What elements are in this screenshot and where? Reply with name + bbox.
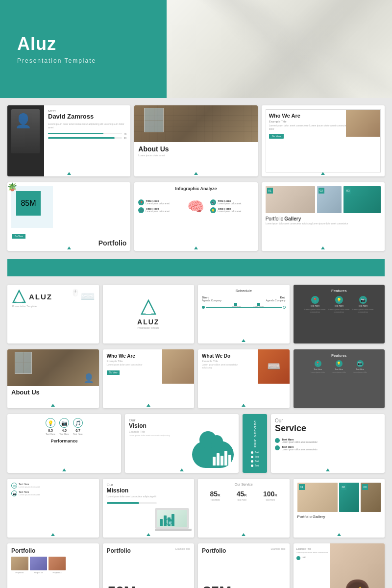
aluz-simple-triangle-icon — [141, 299, 156, 315]
portfolio-num-1: 01 — [267, 188, 273, 194]
woman-photo-bg — [330, 543, 385, 588]
schedule-footer — [242, 339, 245, 342]
laptop-body — [155, 508, 189, 529]
portfolio-images-row: 01 02 03 — [266, 186, 381, 213]
slide-whoweare-sm: Who We Are Example Title Lorem ipsum dol… — [103, 349, 195, 408]
slide-row-3: ALUZ Presentation Template ⌨️ 🖱️ ALUZ Pr… — [7, 285, 385, 343]
header: Aluz Presentation Template — [0, 0, 392, 98]
service-item-icon-2 — [275, 445, 280, 450]
portfolio-left-title: Portfolio — [11, 547, 95, 554]
service-big-inner: Our Service Text Here Lorem ipsum dolor … — [271, 414, 385, 473]
person-desc: Lorem ipsum dolor amet consectetur adipi… — [48, 122, 126, 129]
feature-dark-text-2: Text Here — [335, 368, 343, 370]
whoweare-sm-inner: Who We Are Example Title Lorem ipsum dol… — [103, 349, 195, 408]
slide-row-1: Meet David Zamross Lorem ipsum dolor ame… — [7, 105, 385, 176]
service-vert-item-1: Text — [251, 451, 259, 454]
slide-about-bottom: 👤 About Us — [7, 349, 99, 408]
aluz-keyboard-inner: ALUZ Presentation Template ⌨️ 🖱️ — [7, 285, 99, 343]
portfolio-gallery-label-row: Portfolio Gallery — [266, 216, 381, 221]
slide-features-dark-2: Features 📍 Text Here Lorem ipsum dolor 💡… — [294, 349, 385, 408]
vision-prefix: Our — [129, 418, 235, 422]
infographic-text-4: Lorem ipsum dolor amet — [218, 210, 242, 213]
laptop-chart — [160, 514, 174, 526]
portfolio-50m-inner: Portfolio Example Title 50M 🌵 Go View — [103, 543, 195, 588]
infographic-icon-3: 🔊 — [210, 199, 216, 205]
portfolio-left-inner: Portfolio Project 01 Project 02 Project … — [7, 543, 99, 588]
feature-dark-icon-2: 💡 — [336, 360, 343, 367]
mission-desc: Lorem ipsum dolor amet consectetur adipi… — [107, 495, 157, 498]
project-label-3: Project 03 — [52, 571, 61, 574]
portfolio-gallery-bottom-label: Portfolio Gallery — [297, 514, 381, 519]
feature-dark-item-3: 📷 Text Here Lorem ipsum dolor — [350, 360, 370, 373]
perf-number-3: 6.7 — [75, 429, 80, 432]
our-service-item-1: Text Here Lorem ipsum dolor amet consect… — [275, 438, 381, 443]
service-vert-item-3: Text — [251, 460, 259, 463]
feature-item-2: 💡 Text Here Lorem ipsum dolor amet conse… — [328, 296, 350, 313]
icons-small-inner: ✉ Text Here Lorem ipsum dolor amet 📷 Tex… — [7, 479, 99, 538]
slide-icons-small: ✉ Text Here Lorem ipsum dolor amet 📷 Tex… — [7, 479, 99, 538]
mission-laptop — [155, 508, 192, 535]
slide-portfolio-left-bottom: Portfolio Project 01 Project 02 Project … — [7, 543, 99, 588]
slide-our-vision: Our Vision Example Title Lorem ipsum dol… — [125, 414, 239, 473]
feature-dark-item-2: 💡 Text Here Lorem ipsum dolor — [329, 360, 349, 373]
service-vert-dot-1 — [251, 451, 253, 454]
about-us-desc: Lorem ipsum dolor amet — [134, 154, 257, 157]
icon-small-circle-1: ✉ — [11, 483, 17, 489]
mission-footer — [147, 533, 150, 536]
about-us-label: About Us — [134, 142, 257, 154]
infographic-right: 🔊 Title Here Lorem ipsum dolor amet 💡 Ti… — [210, 199, 254, 213]
stats-footer — [242, 533, 245, 536]
feature-icon-1: 📍 — [311, 296, 319, 304]
vision-example: Example Title — [129, 430, 235, 433]
slide-our-service-vert: Our Service Text Text Text — [243, 414, 267, 473]
portfolio-gallery-suffix: Gallery — [284, 216, 301, 221]
aluz-simple-inner: ALUZ Presentation Template — [103, 285, 195, 343]
service-big-prefix: Our — [275, 418, 381, 423]
vision-cloud-chart — [192, 439, 236, 470]
perf-icon-3: 🎵 — [73, 418, 83, 428]
slide-aluz-simple: ALUZ Presentation Template — [103, 285, 195, 343]
slide-row-2: 85M 🪴 Portfolio Go View Infographic Anal… — [7, 182, 385, 251]
aluz-tagline: Presentation Template — [12, 305, 94, 308]
blue-rect: 85M — [16, 191, 41, 216]
service-vert-text-1: Text — [255, 451, 259, 454]
go-view-portfolio[interactable]: Go View — [12, 234, 25, 239]
service-vert-text-3: Text — [255, 460, 259, 463]
teal-dot-label-1: 1540 — [302, 556, 306, 560]
vision-footer — [180, 468, 184, 471]
feature-desc-1: Lorem ipsum dolor amet consectetur — [304, 308, 326, 313]
service-item-text-1: Lorem ipsum dolor amet consectetur — [282, 441, 318, 443]
feature-desc-2: Lorem ipsum dolor amet consectetur — [328, 308, 350, 313]
feature-text-1: Text Here — [310, 305, 319, 307]
features-dark-2-row: 📍 Text Here Lorem ipsum dolor 💡 Text Her… — [297, 360, 381, 373]
project-thumb-1 — [11, 557, 28, 570]
perf-item-3: 🎵 6.7 Text Here — [73, 418, 83, 436]
big-85m: 85M — [203, 583, 231, 588]
whoweare-sm-btn[interactable]: Go View — [107, 370, 120, 375]
meeting-photo — [346, 110, 380, 137]
aluz-triangle-icon — [12, 290, 26, 303]
icon-small-circle-2: 📷 — [11, 490, 17, 496]
portfolio-num-3: 03 — [345, 188, 351, 194]
slide-who-we-are: Who We Are Example Title Lorem ipsum dol… — [262, 105, 385, 176]
perf-item-2: 📷 4.5 Text Here — [59, 418, 69, 436]
stat-label-3: Text Here — [266, 499, 275, 501]
features-dark-2-inner: Features 📍 Text Here Lorem ipsum dolor 💡… — [294, 349, 385, 408]
project-thumb-3 — [49, 557, 66, 570]
infographic-inner: Infographic Analyze 📍 Title Here Lorem i… — [134, 182, 257, 251]
service-vert-item-4: Text — [251, 465, 259, 467]
aluz-brand-text: ALUZ — [29, 293, 52, 301]
vision-title: Vision — [129, 422, 235, 429]
pie-chart-icon — [165, 518, 172, 525]
timeline-dot-end — [283, 306, 286, 309]
slide-features-dark-top: Features 📍 Text Here Lorem ipsum dolor a… — [294, 285, 385, 343]
infographic-grid: 📍 Title Here Lorem ipsum dolor amet 🎵 Ti… — [138, 194, 253, 219]
slide5-footer — [194, 246, 198, 249]
slide-whoweare-inner: Who We Are Example Title Lorem ipsum dol… — [262, 105, 385, 176]
infographic-text-1: Lorem ipsum dolor amet — [146, 202, 170, 205]
person-name: David Zamross — [48, 113, 126, 121]
slide-row-7: Portfolio Project 01 Project 02 Project … — [7, 543, 385, 588]
mouse-icon: 🖱️ — [71, 289, 79, 296]
feature-item-1: 📍 Text Here Lorem ipsum dolor amet conse… — [304, 296, 326, 313]
go-view-btn[interactable]: Go View — [269, 134, 284, 139]
